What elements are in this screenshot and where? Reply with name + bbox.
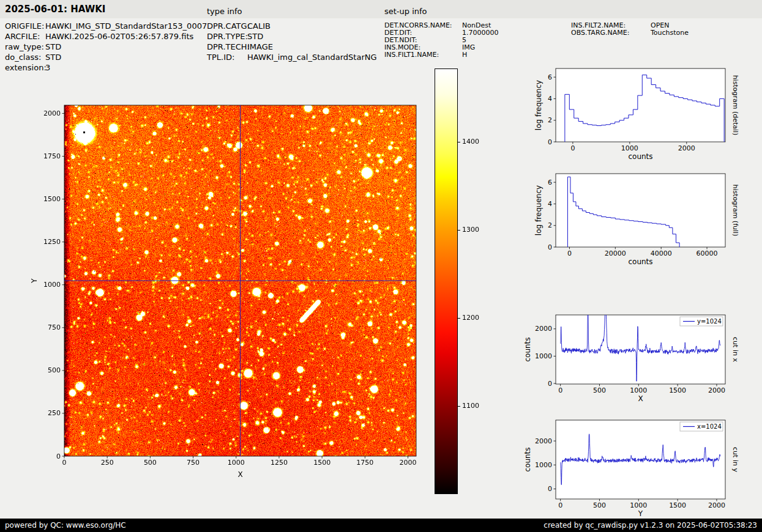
hist-detail-ytick-label: 2	[548, 116, 552, 124]
meta-value: STD	[45, 42, 61, 51]
main-image-ylabel: Y	[30, 278, 39, 284]
hist-detail-ytick-label: 4	[548, 95, 552, 103]
hist-full-ytick-label: 2	[548, 221, 552, 229]
meta-value: IMAGE	[247, 42, 273, 51]
cut-x-right-label: cut in x	[731, 337, 739, 362]
cut-y-xtick-label: 2000	[708, 501, 725, 509]
main-image-ytick-label: 1750	[43, 152, 61, 160]
main-image-xtick-label: 250	[101, 459, 114, 467]
histogram-detail-plot: 0100020000246countslog frequencyhistogra…	[520, 58, 762, 163]
hist-full-ylabel: log frequency	[534, 185, 543, 235]
main-image-xtick-label: 1500	[313, 459, 331, 467]
type-info-table: DPR.CATG:CALIBDPR.TYPE:STDDPR.TECH:IMAGE…	[207, 21, 377, 62]
setup-info-table-col1: DET.NCORRS.NAME:NonDestDET.DIT:1.7000000…	[384, 22, 499, 59]
meta-value: HAWKI.2025-06-02T05:26:57.879.fits	[45, 32, 193, 41]
meta-row: raw_type:STD	[5, 42, 207, 52]
colorbar: 1100120013001400	[431, 64, 505, 502]
hist-detail-frame	[556, 68, 725, 142]
cut-x-xtick-label: 500	[593, 386, 606, 394]
setup-info-heading: set-up info	[384, 7, 427, 16]
colorbar-gradient	[435, 68, 458, 494]
hist-full-xtick-label: 0	[567, 249, 572, 257]
cut-y-xtick-label: 0	[558, 501, 562, 509]
cut-y-xtick-label: 500	[593, 501, 606, 509]
hist-detail-ytick-label: 6	[548, 73, 552, 81]
meta-value: HAWKI_IMG_STD_StandardStar153_0007	[45, 21, 207, 31]
main-image-ytick-label: 1250	[43, 238, 61, 246]
hist-detail-ylabel: log frequency	[534, 80, 543, 130]
hist-full-frame	[556, 174, 725, 247]
hist-detail-xtick-label: 2000	[678, 144, 695, 152]
colorbar-tick-label: 1200	[462, 314, 479, 322]
hist-detail-xlabel: counts	[628, 152, 652, 161]
main-image-ytick-label: 2000	[43, 109, 61, 117]
colorbar-tick-label: 1400	[462, 138, 479, 146]
hist-full-xlabel: counts	[628, 257, 652, 266]
histogram-full-plot: 02000040000600000246countslog frequencyh…	[520, 163, 762, 268]
cut-x-ytick-label: 0	[548, 380, 552, 388]
hist-full-xtick-label: 60000	[697, 249, 718, 257]
meta-row: ARCFILE:HAWKI.2025-06-02T05:26:57.879.fi…	[5, 31, 207, 42]
meta-label: OBS.TARG.NAME:	[571, 29, 651, 37]
main-image-ytick-label: 750	[48, 323, 61, 331]
meta-label: DPR.CATG:	[207, 21, 247, 31]
hist-full-right-label: histogram (full)	[731, 185, 739, 237]
footer-bar: powered by QC: www.eso.org/HC created by…	[0, 519, 762, 532]
header-bar: 2025-06-01: HAWKI type info set-up info	[0, 0, 762, 18]
main-image-xlabel: X	[237, 470, 242, 479]
colorbar-tick-mark	[458, 318, 460, 319]
cut-y-xlabel: Y	[638, 509, 643, 518]
meta-row: ORIGFILE:HAWKI_IMG_STD_StandardStar153_0…	[5, 21, 207, 31]
hist-full-ytick-label: 6	[548, 179, 552, 187]
hist-full-xtick-label: 20000	[605, 249, 626, 257]
setup-info-table-col2: INS.FILT2.NAME:OPENOBS.TARG.NAME:Touchst…	[571, 22, 689, 37]
cut-x-ylabel: counts	[523, 337, 532, 361]
page-title: 2025-06-01: HAWKI	[5, 4, 105, 15]
cut-y-ytick-label: 0	[548, 485, 552, 493]
meta-label: ORIGFILE:	[5, 21, 45, 31]
colorbar-tick-mark	[458, 230, 460, 231]
colorbar-tick-mark	[458, 142, 460, 142]
meta-row: DPR.CATG:CALIB	[207, 21, 377, 31]
hist-detail-right-label: histogram (detail)	[731, 75, 739, 136]
main-image-ytick-label: 1500	[43, 195, 61, 203]
meta-row: DPR.TYPE:STD	[207, 31, 377, 42]
cut-x-xtick-label: 2000	[708, 386, 725, 394]
cut-x-ytick-label: 1000	[535, 352, 552, 360]
hist-full-xtick-label: 40000	[651, 249, 672, 257]
main-image-xtick-label: 2000	[400, 459, 417, 467]
cut-x-ytick-label: 2000	[535, 325, 552, 333]
cut-y-legend-label: x=1024	[697, 423, 722, 430]
footer-created-by: created by qc_rawdisp.py v1.2.3 on 2025-…	[543, 519, 757, 532]
meta-row: OBS.TARG.NAME:Touchstone	[571, 29, 689, 37]
meta-label: ARCFILE:	[5, 31, 45, 42]
cut-x-xtick-label: 0	[558, 386, 562, 394]
meta-label: DPR.TECH:	[207, 42, 247, 52]
main-image-xtick-label: 500	[144, 459, 157, 467]
meta-value: 1.7000000	[462, 29, 499, 37]
cut-y-right-label: cut in y	[731, 447, 739, 472]
hist-detail-xtick-label: 1000	[621, 144, 638, 152]
cut-in-y-plot: 0500100015002000010002000Ycountscut in y…	[520, 408, 762, 519]
main-image-ytick-label: 250	[48, 409, 61, 417]
cut-in-x-plot: 0500100015002000010002000Xcountscut in x…	[520, 303, 762, 408]
main-image-xtick-label: 750	[187, 459, 200, 467]
meta-label: DPR.TYPE:	[207, 31, 247, 42]
main-image-ytick-label: 500	[48, 366, 61, 374]
meta-value: STD	[247, 32, 263, 41]
colorbar-tick-label: 1100	[462, 402, 479, 410]
cut-y-ylabel: counts	[523, 447, 532, 471]
cut-x-xtick-label: 1000	[630, 386, 647, 394]
meta-label: raw_type:	[5, 42, 45, 52]
meta-value: CALIB	[247, 21, 271, 31]
main-image-xtick-label: 1000	[228, 459, 245, 467]
colorbar-tick-mark	[458, 406, 460, 407]
cut-y-xtick-label: 1000	[630, 501, 647, 509]
main-image-xtick-label: 1750	[356, 459, 373, 467]
meta-value: Touchstone	[651, 29, 689, 37]
cut-y-xtick-label: 1500	[669, 501, 686, 509]
cut-y-ytick-label: 1000	[535, 461, 552, 469]
colorbar-tick-label: 1300	[462, 226, 479, 234]
hist-detail-xtick-label: 0	[570, 144, 575, 152]
hist-detail-ytick-label: 0	[548, 138, 552, 146]
